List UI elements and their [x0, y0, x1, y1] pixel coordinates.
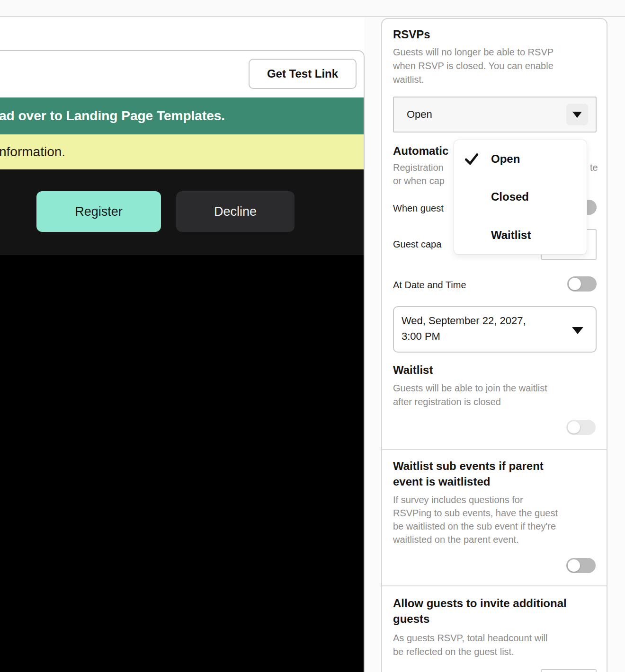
auto-close-description-fragment-right: te [590, 162, 598, 173]
waitlist-description: Guests will be able to join the waitlist… [393, 381, 547, 409]
section-divider [382, 585, 607, 586]
menu-item-label: Waitlist [491, 229, 531, 242]
at-date-time-label: At Date and Time [393, 277, 466, 292]
auto-close-description-fragment-1: Registration [393, 162, 444, 173]
sub-events-toggle[interactable] [566, 558, 596, 573]
invite-guests-description: As guests RSVP, total headcount will be … [393, 631, 547, 659]
preview-region: Get Test Link ad over to Landing Page Te… [0, 17, 365, 672]
menu-item-label: Closed [491, 190, 529, 203]
sub-events-title: Waitlist sub events if parent event is w… [393, 458, 544, 489]
close-date-select[interactable]: Wed, September 22, 2027, 3:00 PM [393, 306, 597, 353]
invite-guests-title: Allow guests to invite additional guests [393, 595, 567, 627]
waitlist-title: Waitlist [393, 363, 433, 377]
additional-guests-input[interactable] [541, 669, 597, 672]
auto-close-description-fragment-2: or when cap [393, 176, 445, 186]
rsvps-title: RSVPs [393, 27, 430, 42]
auto-close-title: Automatic [393, 144, 448, 158]
select-chip [566, 104, 588, 125]
top-strip [0, 0, 625, 17]
check-icon [464, 151, 480, 167]
settings-region: RSVPs Guests will no longer be able to R… [365, 17, 625, 672]
when-guests-label: When guest [393, 201, 444, 216]
toggle-knob [568, 421, 580, 433]
chevron-down-icon [572, 327, 583, 334]
rsvp-buttons-section: Register Decline [0, 169, 364, 255]
rsvp-status-value: Open [407, 97, 432, 132]
preview-body-area [0, 255, 364, 672]
information-banner: nformation. [0, 134, 364, 169]
menu-item-closed[interactable]: Closed [454, 178, 587, 216]
event-preview-card: Get Test Link ad over to Landing Page Te… [0, 50, 365, 672]
toggle-knob [568, 559, 580, 572]
preview-header: Get Test Link [0, 51, 364, 97]
page: Get Test Link ad over to Landing Page Te… [0, 0, 625, 672]
register-button[interactable]: Register [36, 191, 161, 232]
decline-button[interactable]: Decline [176, 191, 295, 232]
sub-events-description: If survey includes questions for RSVPing… [393, 493, 558, 546]
rsvp-settings-card: RSVPs Guests will no longer be able to R… [381, 18, 607, 672]
get-test-link-button[interactable]: Get Test Link [249, 59, 357, 89]
section-divider [382, 449, 607, 450]
chevron-down-icon [572, 112, 582, 118]
toggle-knob [569, 278, 581, 290]
rsvp-status-select[interactable]: Open [393, 97, 597, 133]
menu-item-label: Open [491, 152, 520, 166]
at-date-time-toggle[interactable] [567, 276, 597, 292]
rsvp-status-menu: Open Closed Waitlist [454, 140, 587, 255]
close-date-value: Wed, September 22, 2027, 3:00 PM [402, 313, 526, 344]
guest-capacity-label: Guest capa [393, 237, 441, 252]
waitlist-toggle[interactable] [566, 420, 596, 435]
landing-page-templates-banner: ad over to Landing Page Templates. [0, 97, 364, 134]
rsvps-description: Guests will no longer be able to RSVP wh… [393, 45, 554, 87]
menu-item-open[interactable]: Open [454, 140, 587, 178]
menu-item-waitlist[interactable]: Waitlist [454, 216, 587, 254]
